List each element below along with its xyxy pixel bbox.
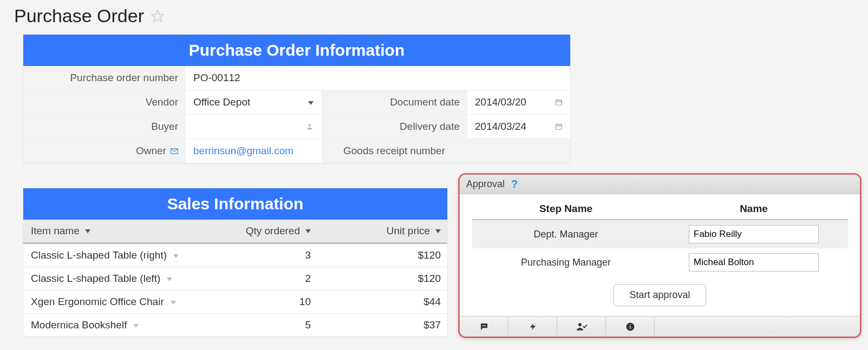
bolt-icon[interactable] (508, 316, 557, 336)
delivery-date-field[interactable]: 2014/03/24 (467, 115, 570, 139)
toolbar-spacer (655, 316, 860, 336)
approver-name-input[interactable] (689, 253, 819, 272)
approval-title-bar: Approval ? (460, 175, 860, 194)
doc-date-label: Document date (321, 90, 467, 115)
col-name: Name (660, 199, 848, 219)
user-check-icon[interactable] (557, 316, 606, 336)
goods-receipt-field[interactable] (467, 139, 570, 163)
svg-marker-14 (530, 323, 536, 330)
chevron-down-icon (168, 298, 176, 306)
approval-step-label: Purchasing Manager (472, 257, 660, 268)
svg-rect-1 (556, 100, 562, 105)
calendar-icon[interactable] (555, 98, 563, 106)
table-row: Classic L-shaped Table (left) 2 $120 (23, 267, 447, 290)
svg-point-13 (485, 325, 486, 326)
approval-title: Approval (466, 179, 505, 190)
item-name-cell[interactable]: Xgen Ergonomic Office Chair (23, 290, 191, 313)
svg-point-15 (578, 323, 582, 326)
owner-label: Owner (23, 139, 186, 163)
svg-point-5 (309, 124, 311, 127)
qty-cell[interactable]: 3 (191, 244, 318, 267)
vendor-select[interactable]: Office Depot (186, 90, 321, 115)
sales-info-block: Sales Information Item name Qty ordered … (23, 188, 448, 338)
col-qty-ordered[interactable]: Qty ordered (191, 220, 318, 242)
price-cell[interactable]: $44 (318, 290, 448, 313)
table-row: Xgen Ergonomic Office Chair 10 $44 (23, 290, 447, 314)
delivery-date-value: 2014/03/24 (475, 121, 526, 133)
goods-receipt-label: Goods receipt number (321, 139, 467, 163)
item-name-cell[interactable]: Classic L-shaped Table (right) (23, 244, 191, 267)
sort-icon (305, 229, 311, 233)
qty-cell[interactable]: 2 (191, 267, 318, 290)
info-icon[interactable] (606, 316, 655, 336)
svg-rect-6 (556, 124, 562, 129)
chevron-down-icon (171, 251, 179, 260)
svg-marker-0 (152, 10, 164, 22)
vendor-value: Office Depot (193, 96, 250, 108)
po-number-text: PO-00112 (193, 72, 240, 84)
approval-row: Dept. Manager (472, 220, 848, 248)
sales-info-header: Sales Information (23, 188, 447, 220)
svg-point-12 (484, 325, 485, 326)
approval-table: Step Name Name Dept. Manager Purchasing … (472, 199, 848, 276)
owner-email-link[interactable]: berrinsun@gmail.com (186, 139, 321, 163)
col-step-name: Step Name (472, 199, 660, 219)
buyer-field[interactable] (186, 115, 321, 139)
approval-row: Purchasing Manager (472, 248, 848, 276)
page-title-row: Purchase Order (11, 5, 857, 27)
vendor-label: Vendor (23, 90, 186, 115)
price-cell[interactable]: $37 (318, 314, 448, 336)
svg-rect-18 (630, 324, 631, 325)
qty-cell[interactable]: 10 (191, 290, 318, 313)
qty-cell[interactable]: 5 (191, 314, 318, 336)
doc-date-field[interactable]: 2014/03/20 (467, 90, 570, 115)
approval-name-cell (660, 225, 848, 243)
owner-email-text: berrinsun@gmail.com (193, 145, 293, 157)
approval-name-cell (660, 253, 848, 272)
item-name-cell[interactable]: Modernica Bookshelf (23, 314, 191, 336)
help-icon[interactable]: ? (511, 178, 518, 190)
po-info-block: Purchase Order Information Purchase orde… (23, 34, 571, 164)
buyer-label: Buyer (23, 115, 186, 139)
chevron-down-icon (165, 274, 172, 283)
sort-icon (435, 229, 441, 233)
item-name-cell[interactable]: Classic L-shaped Table (left) (23, 267, 191, 290)
approver-name-input[interactable] (689, 225, 819, 243)
envelope-icon[interactable] (171, 148, 178, 154)
sort-icon (85, 229, 90, 233)
svg-point-11 (482, 325, 483, 326)
sales-header-row: Item name Qty ordered Unit price (23, 220, 447, 244)
approval-toolbar (460, 316, 860, 336)
table-row: Classic L-shaped Table (right) 3 $120 (23, 244, 447, 267)
po-number-label: Purchase order number (23, 66, 186, 90)
comments-icon[interactable] (460, 316, 508, 336)
delivery-date-label: Delivery date (321, 115, 467, 139)
doc-date-value: 2014/03/20 (475, 96, 526, 108)
chevron-down-icon (131, 321, 139, 329)
page-title: Purchase Order (14, 5, 144, 27)
po-number-value: PO-00112 (186, 66, 570, 90)
favorite-star-icon[interactable] (151, 9, 165, 23)
person-icon[interactable] (306, 123, 314, 130)
col-item-name[interactable]: Item name (23, 220, 191, 242)
chevron-down-icon (306, 98, 314, 107)
calendar-icon[interactable] (555, 123, 563, 130)
col-unit-price[interactable]: Unit price (318, 220, 448, 242)
table-row: Modernica Bookshelf 5 $37 (23, 314, 447, 337)
price-cell[interactable]: $120 (318, 267, 448, 290)
price-cell[interactable]: $120 (318, 244, 448, 267)
start-approval-button[interactable]: Start approval (614, 284, 706, 306)
owner-label-text: Owner (136, 145, 166, 157)
approval-header-row: Step Name Name (472, 199, 848, 220)
approval-panel: Approval ? Step Name Name Dept. Manager … (458, 173, 862, 338)
po-info-header: Purchase Order Information (23, 35, 570, 66)
approval-step-label: Dept. Manager (472, 229, 660, 240)
svg-rect-17 (630, 326, 631, 328)
